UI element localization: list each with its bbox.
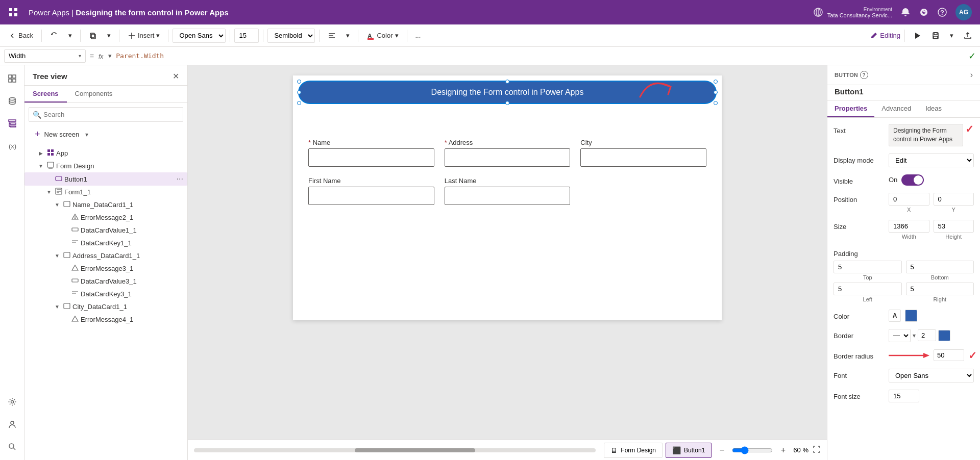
treeview-icon-btn active[interactable] (3, 114, 21, 133)
tab-properties[interactable]: Properties (827, 100, 874, 117)
fullscreen-button[interactable] (813, 445, 821, 455)
avatar[interactable]: AG (955, 4, 972, 20)
button1-more[interactable]: ··· (177, 174, 183, 184)
zoom-in-button[interactable]: + (777, 444, 789, 456)
tab-components[interactable]: Components (67, 86, 121, 103)
color-text-swatch[interactable]: A (889, 310, 901, 322)
tree-item-form-design[interactable]: ▼ Form Design (24, 160, 187, 172)
handle-mr[interactable] (714, 90, 718, 94)
align-button[interactable] (324, 30, 340, 42)
tree-item-errormsg3[interactable]: ErrorMessage3_1 (24, 262, 187, 275)
handle-tr[interactable] (714, 80, 718, 84)
tree-item-errormsg2[interactable]: ErrorMessage2_1 (24, 211, 187, 224)
size-width-input[interactable] (889, 220, 929, 233)
handle-bc[interactable] (505, 101, 509, 105)
tree-item-datacardval1[interactable]: DataCardValue1_1 (24, 224, 187, 237)
tree-item-name-datacard[interactable]: ▼ Name_DataCard1_1 (24, 198, 187, 211)
handle-ml[interactable] (297, 90, 301, 94)
settings-icon[interactable] (919, 7, 929, 17)
handle-bl[interactable] (297, 101, 301, 105)
formula-checkmark[interactable]: ✓ (968, 50, 976, 62)
form-input-address[interactable] (445, 148, 571, 167)
position-x-input[interactable] (889, 193, 929, 206)
zoom-out-button[interactable]: − (716, 444, 728, 456)
tab-form-design[interactable]: 🖥 Form Design (604, 443, 663, 458)
form-input-lastname[interactable] (445, 187, 571, 205)
publish-button[interactable] (960, 30, 976, 42)
tree-item-datacardkey1[interactable]: DataCardKey1_1 (24, 237, 187, 249)
undo-dropdown[interactable]: ▾ (64, 30, 76, 41)
color-button[interactable]: A Color ▾ (362, 30, 402, 42)
tree-item-datacardval3[interactable]: DataCardValue3_1 (24, 275, 187, 288)
canvas-wrapper[interactable]: Designing the Form control in Power Apps (188, 65, 827, 440)
color-fill-swatch[interactable] (905, 310, 917, 322)
border-radius-input[interactable] (934, 349, 964, 361)
canvas[interactable]: Designing the Form control in Power Apps (293, 75, 722, 320)
align-dropdown[interactable]: ▾ (342, 30, 354, 41)
tab-button1[interactable]: ⬛ Button1 (666, 443, 712, 458)
copy-button[interactable] (85, 30, 101, 42)
visible-toggle[interactable] (901, 174, 924, 186)
tree-item-city-datacard[interactable]: ▼ City_DataCard1_1 (24, 300, 187, 313)
tab-advanced[interactable]: Advanced (874, 100, 918, 117)
canvas-banner-button[interactable]: Designing the Form control in Power Apps (298, 81, 717, 104)
zoom-slider[interactable] (732, 446, 773, 454)
copy-dropdown[interactable]: ▾ (103, 30, 115, 41)
handle-br[interactable] (714, 101, 718, 105)
font-weight-select[interactable]: Semibold (267, 29, 315, 43)
back-button[interactable]: Back (4, 30, 37, 42)
type-info-icon[interactable]: ? (860, 71, 868, 79)
search-left-icon-btn[interactable] (3, 438, 21, 456)
size-height-input[interactable] (934, 220, 974, 233)
save-button[interactable] (927, 30, 944, 42)
help-icon[interactable]: ? (937, 7, 947, 17)
panel-expand-button[interactable]: › (970, 70, 973, 80)
font-family-select[interactable]: Open Sans (173, 29, 226, 43)
tree-item-app[interactable]: ▶ App (24, 147, 187, 160)
user-left-icon-btn[interactable] (3, 415, 21, 433)
form-input-city[interactable] (580, 148, 706, 167)
padding-top-input[interactable] (834, 261, 902, 273)
tree-item-button1[interactable]: Button1 ··· (24, 172, 187, 186)
tree-item-datacardkey3[interactable]: DataCardKey3_1 (24, 288, 187, 300)
border-width-input[interactable] (918, 329, 936, 341)
save-dropdown[interactable]: ▾ (946, 30, 958, 41)
border-style-select[interactable]: — (889, 329, 911, 342)
padding-left-input[interactable] (834, 283, 902, 295)
form-input-name[interactable] (308, 148, 434, 167)
form-input-firstname[interactable] (308, 187, 434, 205)
tab-screens[interactable]: Screens (24, 86, 67, 103)
search-input[interactable] (29, 107, 183, 122)
tree-item-address-datacard[interactable]: ▼ Address_DataCard1_1 (24, 249, 187, 262)
canvas-scrollbar[interactable] (194, 448, 596, 452)
tree-item-errormsg4[interactable]: ErrorMessage4_1 (24, 313, 187, 326)
notification-icon[interactable] (900, 7, 911, 17)
prop-text-display[interactable]: Designing the Form control in Power Apps (889, 124, 963, 146)
settings-left-icon-btn[interactable] (3, 393, 21, 411)
new-screen-button[interactable]: + New screen ▾ (29, 126, 183, 143)
position-y-input[interactable] (934, 193, 974, 206)
data-icon-btn[interactable] (3, 92, 21, 110)
variables-icon-btn[interactable]: (x) (3, 137, 21, 155)
border-color-swatch[interactable] (938, 330, 950, 341)
handle-tl[interactable] (297, 80, 301, 84)
more-button[interactable]: ... (411, 30, 425, 41)
formula-input[interactable] (116, 52, 964, 60)
banner-wrapper[interactable]: Designing the Form control in Power Apps (298, 81, 717, 104)
undo-button[interactable] (46, 30, 62, 42)
insert-button[interactable]: Insert ▾ (124, 30, 164, 42)
handle-tc[interactable] (505, 80, 509, 84)
tree-close-button[interactable]: ✕ (173, 71, 179, 81)
font-select[interactable]: Open Sans (889, 369, 974, 382)
font-size-input[interactable] (234, 29, 259, 43)
preview-button[interactable] (909, 30, 925, 42)
formula-field-selector[interactable]: Width ▾ (4, 49, 86, 63)
padding-bottom-input[interactable] (906, 261, 974, 273)
display-mode-select[interactable]: Edit (889, 154, 974, 167)
padding-right-input[interactable] (906, 283, 974, 295)
home-icon-btn[interactable] (3, 69, 21, 88)
tab-ideas[interactable]: Ideas (918, 100, 949, 117)
tree-item-form1[interactable]: ▼ Form1_1 (24, 186, 187, 198)
font-size-input-right[interactable] (889, 390, 919, 402)
app-grid-icon[interactable] (8, 7, 18, 17)
